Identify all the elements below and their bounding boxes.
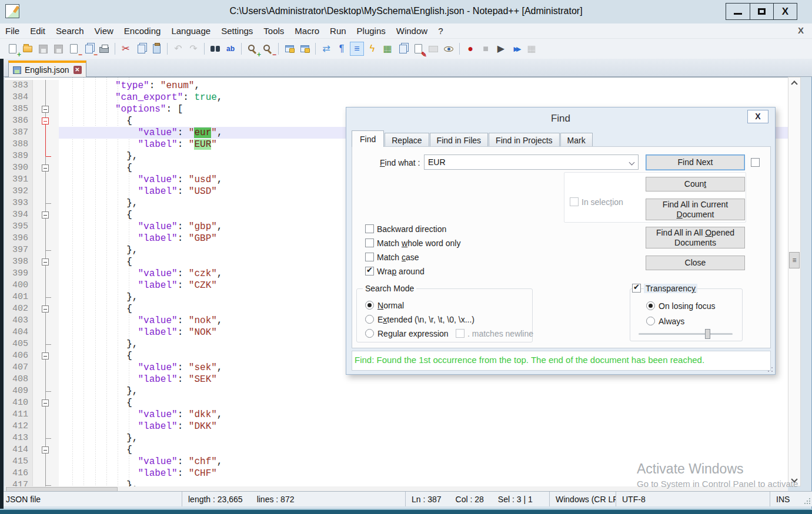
show-all-characters-icon[interactable]: ¶ [335,42,349,56]
fold-margin[interactable] [33,162,59,174]
document-map-icon[interactable]: ▦ [380,42,395,56]
menu-item-window[interactable]: Window [391,24,433,38]
transparency-slider-thumb[interactable] [705,329,710,339]
code-line-412[interactable]: 412 "label": "DKK" [5,421,788,432]
fold-collapse-icon[interactable] [42,117,49,125]
indent-guide-icon[interactable]: ≡ [350,42,364,56]
title-bar[interactable]: C:\Users\Administrator\Desktop\MySchema\… [0,0,812,23]
fold-margin[interactable] [33,115,59,127]
maximize-button[interactable] [750,4,773,19]
sync-vertical-icon[interactable] [282,42,296,56]
fold-margin[interactable] [33,350,59,362]
extended-radio[interactable] [365,315,374,324]
code-line-409[interactable]: 409 }, [5,385,788,397]
fold-collapse-icon[interactable] [42,352,49,360]
tab-english-json[interactable]: English.json ✕ [8,61,86,77]
fold-margin[interactable] [33,303,59,315]
backward-direction-checkbox[interactable] [365,224,374,233]
menu-close-doc-button[interactable]: X [798,25,804,35]
macro-record-icon[interactable]: ● [463,42,477,56]
find-dialog-tab-find[interactable]: Find [352,130,384,147]
find-next-extra-checkbox[interactable] [751,158,760,167]
find-what-combobox[interactable]: EUR [424,154,639,170]
code-line-411[interactable]: 411 "value": "dkk", [5,409,788,421]
code-line-417[interactable]: 417 }, [5,479,788,486]
normal-radio[interactable] [365,301,374,310]
match-whole-word-checkbox[interactable] [365,238,374,247]
word-wrap-icon[interactable]: ⇄ [319,42,333,56]
tab-close-icon[interactable]: ✕ [73,66,82,74]
fold-collapse-icon[interactable] [42,106,49,113]
close-file-icon[interactable]: − [66,42,81,56]
fold-margin[interactable] [33,256,59,268]
menu-item-settings[interactable]: Settings [216,24,258,38]
menu-item-search[interactable]: Search [51,24,89,38]
find-next-button[interactable]: Find Next [646,154,745,170]
fold-margin[interactable] [33,103,59,115]
menu-item-encoding[interactable]: Encoding [119,24,166,38]
zoom-out-icon[interactable]: − [260,42,275,56]
combobox-dropdown-icon[interactable] [629,160,635,166]
code-line-416[interactable]: 416 "label": "CHF" [5,468,788,479]
menu-item-language[interactable]: Language [166,24,216,38]
close-button[interactable]: X [773,4,797,19]
find-dialog-close-button[interactable]: X [747,110,768,123]
close-find-button[interactable]: Close [646,256,745,270]
wrap-around-checkbox[interactable] [365,267,374,276]
scroll-down-button[interactable] [788,475,800,486]
fold-margin[interactable] [33,444,59,456]
menu-item-macro[interactable]: Macro [289,24,325,38]
sync-horizontal-icon[interactable] [298,42,312,56]
replace-icon[interactable]: ab [223,42,238,56]
code-line-410[interactable]: 410 { [5,397,788,409]
count-button[interactable]: Count [646,177,745,192]
fold-collapse-icon[interactable] [42,305,49,313]
zoom-in-icon[interactable]: + [245,42,259,56]
find-dialog-tab-replace[interactable]: Replace [385,133,429,147]
close-all-icon[interactable]: − [82,42,96,56]
code-line-415[interactable]: 415 "value": "chf", [5,456,788,468]
menu-item-edit[interactable]: Edit [25,24,51,38]
menu-item-view[interactable]: View [89,24,119,38]
menu-item-file[interactable]: File [0,24,25,38]
fold-collapse-icon[interactable] [42,446,49,453]
status-encoding[interactable]: UTF-8 [616,492,770,506]
open-file-icon[interactable] [21,42,35,56]
dialog-resize-grip[interactable] [767,367,773,372]
menu-item-plugins[interactable]: Plugins [352,24,391,38]
status-eol[interactable]: Windows (CR LF) [550,492,616,506]
menu-item-run[interactable]: Run [325,24,352,38]
vertical-scrollbar-thumb[interactable]: ≡ [789,252,800,268]
menu-item-help[interactable]: ? [433,24,448,38]
paste-icon[interactable] [149,42,163,56]
fold-collapse-icon[interactable] [42,211,49,219]
function-list-icon[interactable]: ϟ [365,42,379,56]
scroll-up-button[interactable] [788,78,800,88]
vertical-scrollbar[interactable]: ≡ [788,77,801,486]
code-line-383[interactable]: 383 "type": "enum", [5,80,788,92]
folder-as-workspace-icon[interactable]: ✎ [411,42,425,56]
copy-icon[interactable] [134,42,148,56]
regex-radio[interactable] [365,329,374,338]
status-insert-mode[interactable]: INS [770,492,800,506]
fold-margin[interactable] [33,397,59,409]
always-radio[interactable] [646,317,655,325]
transparency-checkbox[interactable] [632,284,641,293]
minimize-button[interactable] [726,4,750,19]
macro-run-multiple-icon[interactable]: ▶▶ [509,42,523,56]
fold-collapse-icon[interactable] [42,164,49,172]
code-line-413[interactable]: 413 }, [5,432,788,444]
print-icon[interactable] [97,42,111,56]
menu-item-tools[interactable]: Tools [258,24,289,38]
find-dialog-tab-find-in-files[interactable]: Find in Files [430,133,488,147]
document-list-icon[interactable] [396,42,410,56]
find-icon[interactable] [208,42,222,56]
code-line-384[interactable]: 384 "can_export": true, [5,92,788,103]
new-file-icon[interactable]: + [5,42,19,56]
match-case-checkbox[interactable] [365,253,374,261]
find-dialog-tab-mark[interactable]: Mark [560,133,593,147]
code-line-414[interactable]: 414 { [5,444,788,456]
on-losing-focus-radio[interactable] [646,301,655,310]
cut-icon[interactable]: ✂ [119,42,133,56]
find-dialog-tab-find-in-projects[interactable]: Find in Projects [489,133,559,147]
